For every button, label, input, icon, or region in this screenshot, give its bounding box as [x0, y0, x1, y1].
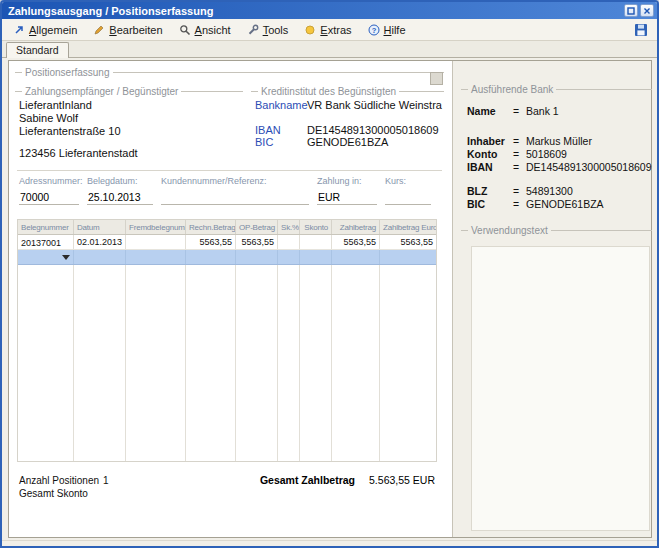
anzahl-positionen-value: 1 [103, 474, 109, 487]
table-empty-body[interactable] [18, 265, 436, 461]
tab-standard[interactable]: Standard [6, 42, 69, 58]
cell-datum[interactable]: 02.01.2013 [74, 235, 126, 249]
iban-value: DE1454891300005018609 [526, 161, 652, 174]
cell-op-betrag[interactable]: 5563,55 [236, 235, 278, 249]
sidebar-row-bic: BIC = GENODE61BZA [461, 198, 652, 211]
empty-column [380, 265, 436, 461]
empty-column [74, 265, 126, 461]
col-zahlbetrag-euro[interactable]: Zahlbetrag Euro [380, 220, 436, 234]
bankname-label: Bankname [255, 99, 307, 111]
anzahl-positionen-label: Anzahl Positionen [19, 474, 103, 487]
inhaber-value: Markus Müller [526, 135, 592, 148]
iban-label: IBAN [467, 161, 513, 174]
menu-label: Extras [320, 24, 351, 36]
cell-belegnummer-editor[interactable] [18, 250, 74, 264]
menu-label: Hilfe [384, 24, 406, 36]
zahlung-in-input[interactable]: EUR [317, 191, 377, 205]
kurs-input[interactable] [385, 191, 431, 205]
verwendungstext-area[interactable] [471, 246, 650, 531]
menubar: Allgemein Bearbeiten Ansicht Tools Extra… [2, 19, 657, 41]
cell-fremdbelegnummer[interactable] [126, 235, 186, 249]
table-row[interactable]: 20137001 02.01.2013 5563,55 5563,55 5563… [18, 235, 436, 250]
bank-sidebar: Ausführende Bank Name = Bank 1 Inhaber =… [453, 61, 659, 537]
cell-empty[interactable] [74, 250, 126, 264]
name-label: Name [467, 105, 513, 118]
floppy-save-icon [634, 23, 648, 37]
menu-bearbeiten[interactable]: Bearbeiten [86, 21, 169, 39]
cell-empty[interactable] [380, 250, 436, 264]
sidebar-row-konto: Konto = 5018609 [461, 148, 652, 161]
empty-column [300, 265, 332, 461]
bankname-value: VR Bank Südliche Weinstra [307, 99, 442, 111]
col-rechn-betrag[interactable]: Rechn.Betrag [186, 220, 236, 234]
statusbar [2, 540, 657, 546]
menu-label: Tools [263, 24, 289, 36]
col-belegnummer[interactable]: Belegnummer [18, 220, 74, 234]
anzahl-positionen-row: Anzahl Positionen 1 [19, 474, 109, 487]
coin-icon [304, 24, 316, 36]
cell-skonto[interactable] [300, 235, 332, 249]
group-verwendungstext: Verwendungstext [461, 224, 652, 236]
equals-sign: = [513, 105, 526, 118]
document-fields-row: Adressnummer: 70000 Belegdatum: 25.10.20… [15, 176, 444, 205]
cell-empty[interactable] [236, 250, 278, 264]
menu-label: Allgemein [29, 24, 77, 36]
cell-sk-prozent[interactable] [278, 235, 300, 249]
blz-value: 54891300 [526, 185, 573, 198]
col-zahlbetrag[interactable]: Zahlbetrag [332, 220, 380, 234]
cell-empty[interactable] [332, 250, 380, 264]
col-datum[interactable]: Datum [74, 220, 126, 234]
sidebar-row-inhaber: Inhaber = Markus Müller [461, 135, 652, 148]
col-fremdbelegnummer[interactable]: Fremdbelegnummer [126, 220, 186, 234]
menu-extras[interactable]: Extras [297, 21, 358, 39]
menu-allgemein[interactable]: Allgemein [6, 21, 84, 39]
equals-sign: = [513, 148, 526, 161]
payee-name: LieferantInland [15, 99, 243, 112]
kurs-label: Kurs: [385, 176, 431, 186]
app-window: Zahlungsausgang / Positionserfassung All… [0, 0, 659, 548]
arrow-up-right-icon [13, 24, 25, 36]
close-button[interactable] [640, 4, 654, 17]
group-kreditinstitut: Kreditinstitut des Begünstigten [251, 85, 444, 97]
field-adressnummer: Adressnummer: 70000 [19, 176, 79, 205]
scrollbar-button[interactable] [430, 72, 443, 85]
cell-empty[interactable] [186, 250, 236, 264]
menu-hilfe[interactable]: ? Hilfe [361, 21, 413, 39]
gesamt-zahlbetrag-value: 5.563,55 EUR [369, 474, 435, 486]
adressnummer-label: Adressnummer: [19, 176, 79, 186]
payee-bank-row: Zahlungsempfänger / Begünstigter Liefera… [15, 83, 444, 160]
col-sk-prozent[interactable]: Sk.% [278, 220, 300, 234]
dropdown-caret-icon[interactable] [62, 255, 70, 260]
gesamt-zahlbetrag-row: Gesamt Zahlbetrag 5.563,55 EUR [260, 474, 435, 500]
totals-left: Anzahl Positionen 1 Gesamt Skonto [19, 474, 109, 500]
empty-column [236, 265, 278, 461]
menu-tools[interactable]: Tools [240, 21, 296, 39]
table-row-selected[interactable] [18, 250, 436, 265]
save-button[interactable] [631, 21, 651, 39]
cell-empty[interactable] [126, 250, 186, 264]
field-kurs: Kurs: [385, 176, 431, 205]
empty-column [186, 265, 236, 461]
col-skonto[interactable]: Skonto [300, 220, 332, 234]
col-op-betrag[interactable]: OP-Betrag [236, 220, 278, 234]
titlebar[interactable]: Zahlungsausgang / Positionserfassung [2, 2, 657, 19]
kundennummer-input[interactable] [161, 191, 309, 205]
konto-label: Konto [467, 148, 513, 161]
menu-ansicht[interactable]: Ansicht [172, 21, 238, 39]
empty-column [278, 265, 300, 461]
cell-rechn-betrag[interactable]: 5563,55 [186, 235, 236, 249]
belegdatum-input[interactable]: 25.10.2013 [87, 191, 153, 205]
blz-label: BLZ [467, 185, 513, 198]
maximize-button[interactable] [624, 4, 638, 17]
positions-table: Belegnummer Datum Fremdbelegnummer Rechn… [17, 219, 437, 462]
maximize-icon [627, 7, 635, 15]
name-value: Bank 1 [526, 105, 559, 118]
zahlung-in-label: Zahlung in: [317, 176, 377, 186]
cell-belegnummer[interactable]: 20137001 [18, 235, 74, 249]
cell-empty[interactable] [278, 250, 300, 264]
cell-empty[interactable] [300, 250, 332, 264]
cell-zahlbetrag-euro[interactable]: 5563,55 [380, 235, 436, 249]
cell-zahlbetrag[interactable]: 5563,55 [332, 235, 380, 249]
field-zahlung-in: Zahlung in: EUR [317, 176, 377, 205]
adressnummer-input[interactable]: 70000 [19, 191, 79, 205]
